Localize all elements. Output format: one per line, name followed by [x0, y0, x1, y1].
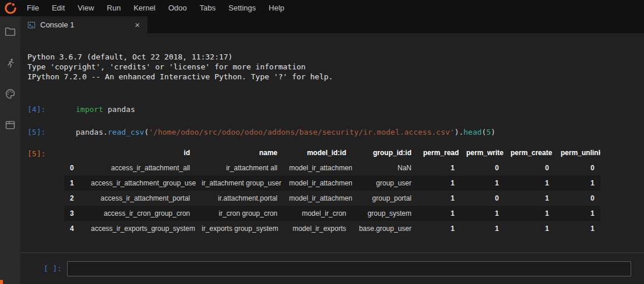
table-cell: ir_attachment group_user — [196, 176, 283, 191]
row-index: 2 — [64, 191, 85, 206]
table-cell: model_ir_cron — [283, 206, 352, 221]
table-cell: group_user — [352, 176, 417, 191]
row-index: 1 — [64, 176, 85, 191]
table-row: 2access_ir_attachment_portalir.attachmen… — [64, 191, 600, 206]
code-token: pandas. — [76, 128, 108, 136]
banner-line: Type 'copyright', 'credits' or 'license'… — [27, 62, 632, 72]
table-cell: 1 — [505, 191, 555, 206]
code-token: head — [463, 128, 481, 136]
menu-settings[interactable]: Settings — [222, 0, 262, 16]
code-token: import — [76, 105, 103, 114]
table-cell: 1 — [555, 176, 600, 191]
output-cell: [5]: idnamemodel_id:idgroup_id:idperm_re… — [27, 145, 632, 236]
left-sidebar — [0, 16, 20, 284]
table-cell: base.group_user — [352, 221, 417, 236]
tab-bar: Console 1 × — [20, 16, 644, 33]
console-input-area: [ ]: — [20, 253, 644, 284]
table-index-header — [64, 145, 85, 160]
table-body: 0access_ir_attachment_allir_attachment a… — [64, 160, 600, 236]
open-tabs-icon[interactable] — [4, 119, 16, 131]
table-cell: 1 — [417, 206, 460, 221]
table-cell: access_ir_attachment_all — [85, 160, 196, 176]
table-column-header: name — [196, 145, 283, 160]
running-sessions-icon[interactable] — [4, 57, 16, 69]
table-cell: 0 — [555, 160, 600, 176]
table-row: 3access_ir_cron_group_cronir_cron group_… — [64, 206, 600, 221]
row-index: 3 — [64, 206, 85, 221]
table-cell: 0 — [555, 191, 600, 206]
table-cell: ir_attachment all — [196, 160, 283, 176]
tab-console-1[interactable]: Console 1 × — [20, 16, 147, 33]
row-index: 4 — [64, 221, 85, 236]
code-cell: [4]:import pandas — [27, 104, 632, 114]
banner-line: Python 3.6.7 (default, Oct 22 2018, 11:3… — [27, 52, 632, 62]
table-cell: ir_cron group_cron — [196, 206, 283, 221]
table-cell: 1 — [417, 160, 460, 176]
odoo-logo — [0, 0, 20, 16]
table-row: 1access_ir_attachment_group_userir_attac… — [64, 176, 600, 191]
table-cell: 0 — [460, 191, 505, 206]
table-cell: 1 — [505, 221, 555, 236]
menu-tabs[interactable]: Tabs — [193, 0, 222, 16]
empty-input-prompt: [ ]: — [27, 264, 62, 273]
top-menu-bar: FileEditViewRunKernelOdooTabsSettingsHel… — [0, 0, 644, 16]
table-column-header: perm_read — [417, 145, 460, 160]
table-cell: ir.attachment.portal — [196, 191, 283, 206]
console-tab-icon — [27, 21, 36, 29]
table-column-header: perm_write — [460, 145, 505, 160]
table-header-row: idnamemodel_id:idgroup_id:idperm_readper… — [64, 145, 600, 160]
tab-label: Console 1 — [40, 20, 75, 29]
dataframe-table: idnamemodel_id:idgroup_id:idperm_readper… — [64, 145, 600, 236]
menu-bar: FileEditViewRunKernelOdooTabsSettingsHel… — [20, 0, 291, 16]
table-cell: 1 — [505, 176, 555, 191]
console-panel: Python 3.6.7 (default, Oct 22 2018, 11:3… — [20, 33, 644, 284]
table-cell: model_ir_attachment — [283, 191, 352, 206]
table-cell: model_ir_attachment — [283, 176, 352, 191]
menu-help[interactable]: Help — [262, 0, 291, 16]
menu-run[interactable]: Run — [100, 0, 127, 16]
table-row: 0access_ir_attachment_allir_attachment a… — [64, 160, 600, 176]
table-cell: access_ir_attachment_portal — [85, 191, 196, 206]
cells: [4]:import pandas[5]:pandas.read_csv('/h… — [27, 104, 632, 137]
table-cell: model_ir_exports — [283, 221, 352, 236]
menu-view[interactable]: View — [71, 0, 100, 16]
table-cell: access_ir_exports_group_system — [85, 221, 196, 236]
table-cell: group_portal — [352, 191, 417, 206]
table-cell: 1 — [555, 221, 600, 236]
menu-edit[interactable]: Edit — [45, 0, 71, 16]
code-token: ) — [491, 128, 495, 136]
table-cell: 1 — [460, 206, 505, 221]
menu-kernel[interactable]: Kernel — [127, 0, 162, 16]
code-token: read_csv — [108, 128, 145, 136]
table-cell: group_system — [352, 206, 417, 221]
commands-palette-icon[interactable] — [4, 87, 16, 100]
table-cell: access_ir_cron_group_cron — [85, 206, 196, 221]
code-token: '/home/odoo/src/odoo/odoo/addons/base/se… — [149, 128, 454, 136]
table-column-header: perm_create — [505, 145, 555, 160]
table-cell: 1 — [417, 176, 460, 191]
table-row: 4access_ir_exports_group_systemir_export… — [64, 221, 600, 236]
table-cell: model_ir_attachment — [283, 160, 352, 176]
code-token: pandas — [103, 105, 135, 114]
console-input[interactable] — [67, 261, 631, 276]
console-scroll-area: Python 3.6.7 (default, Oct 22 2018, 11:3… — [20, 33, 644, 236]
table-column-header: model_id:id — [283, 145, 352, 160]
odoo-logo-icon — [4, 2, 17, 15]
code-cell: [5]:pandas.read_csv('/home/odoo/src/odoo… — [27, 127, 632, 137]
tab-close-icon[interactable]: × — [132, 20, 143, 30]
file-browser-icon[interactable] — [4, 26, 16, 38]
cell-input-prompt: [5]: — [27, 127, 76, 137]
menu-odoo[interactable]: Odoo — [162, 0, 193, 16]
table-cell: 1 — [460, 176, 505, 191]
banner: Python 3.6.7 (default, Oct 22 2018, 11:3… — [27, 52, 632, 82]
table-cell: 1 — [417, 221, 460, 236]
table-column-header: id — [85, 145, 196, 160]
table-cell: 1 — [555, 206, 600, 221]
table-cell: 0 — [505, 160, 555, 176]
table-cell: 1 — [417, 191, 460, 206]
cell-input-prompt: [4]: — [27, 104, 76, 114]
table-cell: 1 — [460, 221, 505, 236]
table-cell: 0 — [460, 160, 505, 176]
bottom-left-accent — [0, 280, 3, 284]
menu-file[interactable]: File — [20, 0, 45, 16]
